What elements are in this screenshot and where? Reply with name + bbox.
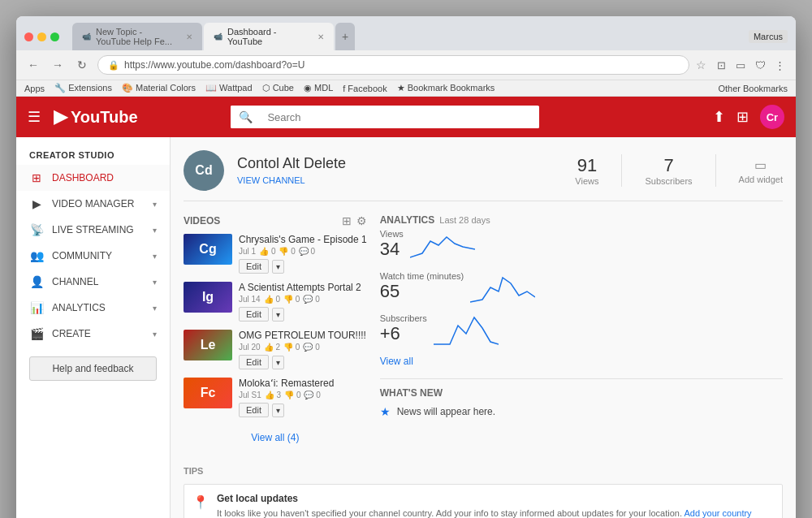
video-thumbnail-4[interactable]: Fc <box>184 378 232 408</box>
browser-tab-2[interactable]: 📹 Dashboard - YouTube ✕ <box>204 23 334 50</box>
create-icon: 🎬 <box>29 327 44 340</box>
bookmark-wattpad[interactable]: 📖 Wattpad <box>205 83 253 93</box>
url-text: https://www.youtube.com/dashboard?o=U <box>124 59 304 71</box>
edit-dropdown-1[interactable]: ▾ <box>272 260 284 274</box>
edit-button-3[interactable]: Edit <box>239 355 269 369</box>
tab-close-icon[interactable]: ✕ <box>186 32 192 41</box>
reload-button[interactable]: ↻ <box>73 56 91 74</box>
video-info-1: Chrysalis's Game - Episode 1 Jul 1 👍 0 👎… <box>239 234 367 274</box>
sidebar-label-channel: CHANNEL <box>52 276 145 287</box>
stat-divider <box>621 154 622 187</box>
new-tab-button[interactable]: + <box>335 23 355 50</box>
sidebar-item-create[interactable]: 🎬 CREATE ▾ <box>16 321 170 347</box>
news-star-icon: ★ <box>380 405 391 418</box>
tip-link[interactable]: Add your country <box>684 508 751 518</box>
edit-dropdown-3[interactable]: ▾ <box>272 356 284 369</box>
edit-dropdown-2[interactable]: ▾ <box>272 308 284 322</box>
edit-button-1[interactable]: Edit <box>239 259 269 274</box>
cast-icon[interactable]: ▭ <box>732 57 749 73</box>
settings-icon[interactable]: ⚙ <box>356 214 367 227</box>
bookmark-extensions[interactable]: 🔧 Extensions <box>54 83 112 93</box>
menu-icon[interactable]: ⋮ <box>771 57 788 73</box>
view-channel-link[interactable]: VIEW CHANNEL <box>237 175 305 185</box>
youtube-app: ☰ ▶ YouTube 🔍 ⬆ ⊞ Cr CREATOR STUDIO ⊞ <box>16 97 796 518</box>
extensions-icon[interactable]: ⊡ <box>713 57 729 73</box>
metric-views: Views 34 <box>380 229 783 261</box>
sidebar-item-dashboard[interactable]: ⊞ DASHBOARD <box>16 165 170 191</box>
tip-content: Get local updates It looks like you have… <box>217 493 752 518</box>
browser-toolbar: ← → ↻ 🔒 https://www.youtube.com/dashboar… <box>16 50 796 80</box>
thumbsdown-icon-3: 👎 0 <box>283 343 300 352</box>
video-title-3: OMG PETROLEUM TOUR!!!! <box>239 330 367 341</box>
metric-subscribers-info: Subscribers +6 <box>380 313 427 343</box>
shield-icon[interactable]: 🛡 <box>752 57 768 73</box>
subscribers-value: 7 <box>645 155 692 176</box>
youtube-logo[interactable]: ▶ YouTube <box>54 106 138 127</box>
bookmark-material[interactable]: 🎨 Material Colors <box>122 83 196 93</box>
right-column: ANALYTICS Last 28 days Views 34 <box>380 214 783 450</box>
view-all-analytics-link[interactable]: View all <box>380 356 783 367</box>
bookmark-apps[interactable]: Apps <box>24 84 45 93</box>
bookmark-star-icon[interactable]: ☆ <box>696 58 706 71</box>
bookmark-cube[interactable]: ⬡ Cube <box>262 83 294 93</box>
menu-hamburger-icon[interactable]: ☰ <box>28 108 41 126</box>
sidebar-label-dashboard: DASHBOARD <box>52 172 157 183</box>
browser-window: 📹 New Topic - YouTube Help Fe... ✕ 📹 Das… <box>16 16 796 518</box>
views-label: Views <box>575 176 598 186</box>
thumbsdown-icon-1: 👎 0 <box>279 247 295 256</box>
video-date-3: Jul 20 <box>239 343 261 352</box>
upload-icon[interactable]: ⬆ <box>713 108 725 126</box>
video-thumbnail-3[interactable]: Le <box>184 330 232 360</box>
sidebar-item-analytics[interactable]: 📊 ANALYTICS ▾ <box>16 295 170 321</box>
video-thumbnail-1[interactable]: Cg <box>184 234 232 265</box>
news-text: News will appear here. <box>397 406 495 417</box>
add-widget-label: Add widget <box>739 175 783 184</box>
minimize-button[interactable] <box>37 32 46 41</box>
thumbsdown-icon-4: 👎 0 <box>284 391 300 399</box>
sidebar: CREATOR STUDIO ⊞ DASHBOARD ▶ VIDEO MANAG… <box>16 137 171 518</box>
thumbsdown-icon-2: 👎 0 <box>283 295 300 304</box>
dashboard-icon: ⊞ <box>29 171 44 184</box>
videos-section-header: VIDEOS ⊞ ⚙ <box>184 214 367 227</box>
metric-subscribers-label: Subscribers <box>380 313 427 323</box>
apps-icon[interactable]: ⊞ <box>736 108 749 126</box>
address-bar[interactable]: 🔒 https://www.youtube.com/dashboard?o=U <box>97 55 689 75</box>
sidebar-item-live-streaming[interactable]: 📡 LIVE STREAMING ▾ <box>16 217 170 243</box>
bookmark-facebook[interactable]: f Facebook <box>343 84 387 93</box>
sidebar-item-community[interactable]: 👥 COMMUNITY ▾ <box>16 243 170 269</box>
tab-close-icon-active[interactable]: ✕ <box>317 32 324 41</box>
video-meta-2: Jul 14 👍 0 👎 0 💬 0 <box>239 295 367 304</box>
chevron-down-icon-create: ▾ <box>153 330 157 339</box>
forward-button[interactable]: → <box>49 56 67 74</box>
bookmark-bookmarks[interactable]: ★ Bookmark Bookmarks <box>397 83 495 93</box>
metric-views-info: Views 34 <box>380 229 404 258</box>
add-widget-icon: ▭ <box>739 158 783 173</box>
edit-button-2[interactable]: Edit <box>239 307 269 322</box>
grid-view-icon[interactable]: ⊞ <box>342 214 352 227</box>
edit-button-4[interactable]: Edit <box>239 403 269 417</box>
chevron-down-icon-channel: ▾ <box>153 278 157 287</box>
views-chart <box>410 229 783 261</box>
stat-views: 91 Views <box>575 155 598 186</box>
video-thumbnail-2[interactable]: Ig <box>184 282 232 313</box>
close-button[interactable] <box>24 32 33 41</box>
video-item-2: Ig A Scientist Attempts Portal 2 Jul 14 … <box>184 282 367 322</box>
video-meta-3: Jul 20 👍 2 👎 0 💬 0 <box>239 343 367 352</box>
browser-user-name[interactable]: Marcus <box>749 30 788 43</box>
search-input[interactable] <box>261 106 539 128</box>
help-feedback-button[interactable]: Help and feedback <box>29 356 157 381</box>
video-date-4: Jul S1 <box>239 391 261 399</box>
browser-tab-1[interactable]: 📹 New Topic - YouTube Help Fe... ✕ <box>72 23 202 50</box>
sidebar-item-channel[interactable]: 👤 CHANNEL ▾ <box>16 269 170 295</box>
add-widget-button[interactable]: ▭ Add widget <box>739 158 783 184</box>
user-avatar[interactable]: Cr <box>760 105 784 129</box>
bookmark-mdl[interactable]: ◉ MDL <box>304 83 333 93</box>
other-bookmarks[interactable]: Other Bookmarks <box>718 84 788 93</box>
sidebar-item-video-manager[interactable]: ▶ VIDEO MANAGER ▾ <box>16 191 170 217</box>
edit-dropdown-4[interactable]: ▾ <box>272 404 284 417</box>
back-button[interactable]: ← <box>24 56 42 74</box>
bookmarks-bar: Apps 🔧 Extensions 🎨 Material Colors 📖 Wa… <box>16 80 796 97</box>
maximize-button[interactable] <box>50 32 59 41</box>
subscribers-label: Subscribers <box>645 176 692 186</box>
view-all-videos-link[interactable]: View all (4) <box>184 425 367 450</box>
